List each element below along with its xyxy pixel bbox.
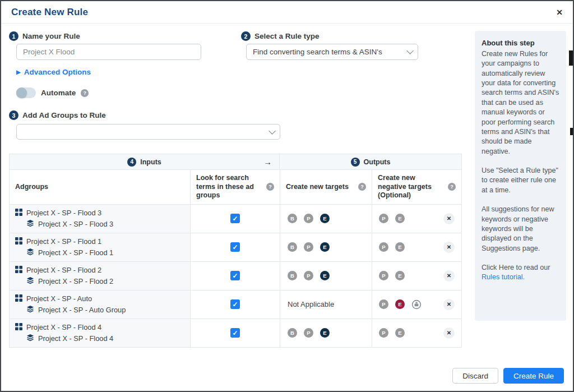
p-badge[interactable]: P <box>379 214 388 223</box>
step2-title: Select a Rule type <box>254 32 320 40</box>
campaign-icon <box>15 209 22 218</box>
remove-row-button[interactable]: ✕ <box>443 270 455 282</box>
outputs-label: Outputs <box>364 158 391 166</box>
e-badge[interactable]: E <box>320 214 330 223</box>
search-terms-checkbox[interactable]: ✓ <box>230 328 240 338</box>
e-badge[interactable]: E <box>395 299 405 309</box>
search-terms-checkbox[interactable]: ✓ <box>230 271 240 280</box>
negatives-badges: PE <box>379 214 405 223</box>
e-badge[interactable]: E <box>395 214 405 223</box>
advanced-options-link[interactable]: ▶ Advanced Options <box>16 68 91 76</box>
rules-tutorial-link[interactable]: Rules tutorial. <box>482 273 525 281</box>
rule-type-value: Find converting search terms & ASIN's <box>253 48 382 56</box>
remove-row-button[interactable]: ✕ <box>443 328 455 339</box>
table-group-header: 4 Inputs → 5 Outputs <box>10 154 461 170</box>
e-badge[interactable]: E <box>395 271 405 280</box>
automate-row: Automate ? <box>16 87 89 98</box>
adgroup-cell: Project X - SP - Flood 1 Project X - SP … <box>10 233 190 261</box>
column-adgroups: Adgroups <box>10 170 190 204</box>
table-row: Project X - SP - Flood 4 Project X - SP … <box>10 319 461 347</box>
targets-cell: Not Applicable <box>280 290 372 319</box>
negatives-badges: PE <box>379 242 405 252</box>
p-badge[interactable]: P <box>304 328 313 338</box>
e-badge[interactable]: E <box>395 328 405 338</box>
adgroups-select[interactable] <box>16 124 280 140</box>
e-badge[interactable]: E <box>320 242 330 252</box>
negatives-cell: PE ✕ <box>372 290 461 319</box>
search-terms-checkbox[interactable]: ✓ <box>230 242 240 252</box>
campaign-icon <box>15 237 22 246</box>
search-terms-cell: ✓ <box>190 262 280 290</box>
negatives-cell: PE ✕ <box>372 262 461 290</box>
table-rows: Project X - SP - Flood 3 Project X - SP … <box>10 204 461 347</box>
advanced-options-label: Advanced Options <box>24 68 91 76</box>
p-badge[interactable]: P <box>379 271 388 280</box>
step1-title: Name your Rule <box>22 32 80 40</box>
adgroup-layers-icon <box>26 248 34 257</box>
sidebar-paragraph: All suggestions for new keywords or nega… <box>482 205 559 253</box>
e-badge[interactable]: E <box>395 242 405 252</box>
remove-row-button[interactable]: ✕ <box>443 299 455 310</box>
rule-name-input[interactable] <box>16 44 201 60</box>
automate-label: Automate <box>41 89 76 97</box>
step3-number-badge: 3 <box>9 110 18 120</box>
p-badge[interactable]: P <box>379 328 388 338</box>
create-rule-button[interactable]: Create Rule <box>503 368 564 384</box>
sidebar-link-line: Click Here to read our Rules tutorial. <box>482 263 559 283</box>
e-badge[interactable]: E <box>320 328 330 338</box>
adgroup-line: Project X - SP - Flood 3 <box>26 219 113 229</box>
adgroup-cell: Project X - SP - Auto Project X - SP - A… <box>10 290 190 319</box>
campaign-name: Project X - SP - Flood 4 <box>26 323 101 331</box>
modal-header: Create New Rule ✕ <box>1 1 573 24</box>
search-terms-cell: ✓ <box>190 319 280 347</box>
archive-icon[interactable] <box>411 299 422 310</box>
campaign-name: Project X - SP - Flood 3 <box>26 209 101 217</box>
column-negative-targets: Create new negative targets (Optional) ? <box>372 170 461 204</box>
p-badge[interactable]: P <box>379 299 388 309</box>
remove-row-button[interactable]: ✕ <box>443 213 455 224</box>
p-badge[interactable]: P <box>304 271 313 280</box>
campaign-name: Project X - SP - Auto <box>26 294 92 303</box>
rule-type-select[interactable]: Find converting search terms & ASIN's <box>246 44 418 60</box>
b-badge[interactable]: B <box>288 214 297 223</box>
b-badge[interactable]: B <box>288 271 297 280</box>
e-badge[interactable]: E <box>320 271 330 280</box>
adgroup-cell: Project X - SP - Flood 4 Project X - SP … <box>10 319 190 347</box>
step2-number-badge: 2 <box>241 31 251 41</box>
step4-number-badge: 4 <box>127 158 136 167</box>
automate-toggle[interactable] <box>16 87 36 98</box>
search-terms-checkbox[interactable]: ✓ <box>230 214 240 223</box>
campaign-icon <box>15 266 22 275</box>
remove-row-button[interactable]: ✕ <box>443 242 455 253</box>
adgroup-name: Project X - SP - Auto Group <box>38 306 126 314</box>
step3-title: Add Ad Groups to Rule <box>22 111 106 119</box>
automate-help-icon[interactable]: ? <box>81 89 89 97</box>
search-terms-checkbox[interactable]: ✓ <box>230 299 240 309</box>
search-terms-help-icon[interactable]: ? <box>266 183 274 191</box>
p-badge[interactable]: P <box>304 242 313 252</box>
targets-cell: BPE <box>280 205 372 233</box>
create-targets-help-icon[interactable]: ? <box>358 183 366 191</box>
b-badge[interactable]: B <box>288 328 297 338</box>
negatives-badges: PE <box>379 328 405 338</box>
negative-targets-help-icon[interactable]: ? <box>448 183 456 191</box>
negatives-cell: PE ✕ <box>372 233 461 261</box>
p-badge[interactable]: P <box>304 214 313 223</box>
campaign-line: Project X - SP - Auto <box>15 294 92 303</box>
targets-cell: BPE <box>280 233 372 261</box>
adgroup-layers-icon <box>26 219 34 229</box>
adgroups-table: 4 Inputs → 5 Outputs Adgroups Look for s… <box>9 154 462 348</box>
campaign-icon <box>15 294 22 303</box>
close-icon[interactable]: ✕ <box>556 8 563 16</box>
table-row: Project X - SP - Auto Project X - SP - A… <box>10 290 461 319</box>
negatives-cell: PE ✕ <box>372 319 461 347</box>
adgroup-line: Project X - SP - Flood 2 <box>26 276 113 286</box>
step2-label: 2 Select a Rule type <box>241 31 320 41</box>
p-badge[interactable]: P <box>379 242 388 252</box>
step3-label: 3 Add Ad Groups to Rule <box>9 110 106 120</box>
campaign-name: Project X - SP - Flood 1 <box>26 237 101 246</box>
discard-button[interactable]: Discard <box>452 368 498 384</box>
negatives-badges: PE <box>379 299 422 310</box>
b-badge[interactable]: B <box>288 242 297 252</box>
background-artifact <box>570 128 573 135</box>
